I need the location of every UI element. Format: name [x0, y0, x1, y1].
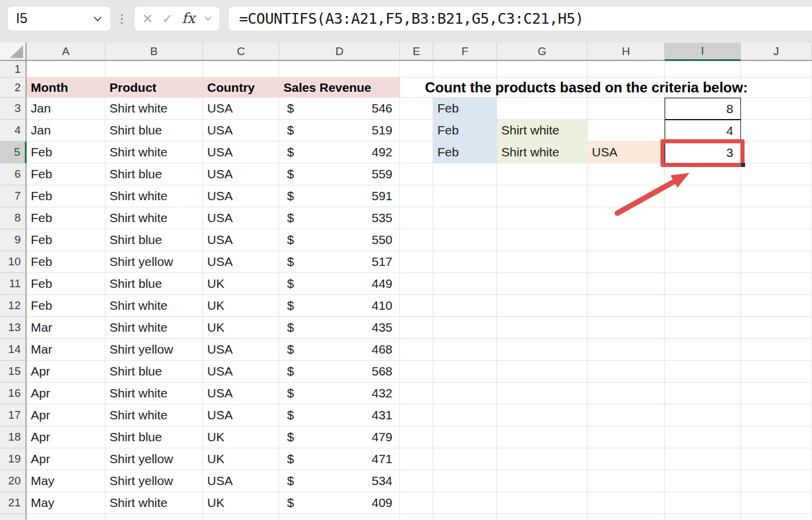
row-header-21[interactable]: 21 — [0, 492, 27, 514]
cell-J11[interactable] — [741, 273, 812, 295]
cell-G18[interactable] — [497, 426, 588, 448]
cell-F21[interactable] — [433, 492, 497, 514]
cancel-icon[interactable]: ✕ — [142, 11, 153, 27]
cell-E4[interactable] — [400, 120, 433, 142]
cell-J2[interactable] — [741, 78, 812, 98]
cell-G15[interactable] — [497, 361, 588, 383]
cell-F11[interactable] — [433, 273, 497, 295]
cell-D21[interactable]: $409 — [279, 492, 400, 514]
cell-A19[interactable]: Apr — [27, 448, 105, 470]
row-header-6[interactable]: 6 — [0, 163, 27, 185]
fx-chevron-down-icon[interactable] — [204, 16, 212, 21]
cell-G3[interactable] — [497, 98, 588, 120]
cell-G6[interactable] — [497, 163, 588, 185]
cell-A4[interactable]: Jan — [27, 120, 105, 142]
cell-I9[interactable] — [665, 229, 741, 251]
row-header-12[interactable]: 12 — [0, 295, 27, 317]
cell-C10[interactable]: USA — [203, 251, 279, 273]
cell-G11[interactable] — [497, 273, 588, 295]
cell-B15[interactable]: Shirt blue — [105, 361, 203, 383]
cell-H18[interactable] — [588, 426, 665, 448]
cell-F20[interactable] — [433, 470, 497, 492]
cell-G16[interactable] — [497, 383, 588, 405]
cell-H20[interactable] — [588, 470, 665, 492]
cell-J13[interactable] — [741, 317, 812, 339]
cell-H17[interactable] — [588, 405, 665, 426]
cell-F10[interactable] — [433, 251, 497, 273]
cell-B8[interactable]: Shirt white — [105, 207, 203, 229]
cell-A6[interactable]: Feb — [27, 163, 105, 185]
cell-B18[interactable]: Shirt blue — [105, 426, 203, 448]
cell-G7[interactable] — [497, 185, 588, 207]
row-header-14[interactable]: 14 — [0, 339, 27, 361]
cell-C22[interactable] — [203, 514, 279, 520]
cell-G1[interactable] — [497, 61, 588, 78]
cell-B21[interactable]: Shirt white — [105, 492, 203, 514]
cell-D14[interactable]: $468 — [279, 339, 400, 361]
cell-A12[interactable]: Feb — [27, 295, 105, 317]
cell-G14[interactable] — [497, 339, 588, 361]
cell-C15[interactable]: USA — [203, 361, 279, 383]
cell-G22[interactable] — [497, 514, 588, 520]
cell-B14[interactable]: Shirt yellow — [105, 339, 203, 361]
cell-E7[interactable] — [400, 185, 433, 207]
cell-C2[interactable]: Country — [203, 78, 279, 98]
cell-B4[interactable]: Shirt blue — [105, 120, 203, 142]
cell-I10[interactable] — [665, 251, 741, 273]
cell-H3[interactable] — [588, 98, 665, 120]
cell-H4[interactable] — [588, 120, 665, 142]
cell-E6[interactable] — [400, 163, 433, 185]
cell-A2[interactable]: Month — [27, 78, 105, 98]
row-header-1[interactable]: 1 — [0, 61, 27, 78]
cell-J5[interactable] — [741, 142, 812, 163]
cell-B17[interactable]: Shirt white — [105, 405, 203, 426]
cell-F1[interactable] — [433, 61, 497, 78]
cell-E8[interactable] — [400, 207, 433, 229]
cell-G17[interactable] — [497, 405, 588, 426]
cell-J9[interactable] — [741, 229, 812, 251]
cell-A5[interactable]: Feb — [27, 142, 105, 163]
row-header-17[interactable]: 17 — [0, 405, 27, 426]
cell-A3[interactable]: Jan — [27, 98, 105, 120]
cell-H14[interactable] — [588, 339, 665, 361]
column-header-B[interactable]: B — [105, 43, 203, 61]
cell-E5[interactable] — [400, 142, 433, 163]
cell-H15[interactable] — [588, 361, 665, 383]
cell-H11[interactable] — [588, 273, 665, 295]
cell-C14[interactable]: USA — [203, 339, 279, 361]
cell-B3[interactable]: Shirt white — [105, 98, 203, 120]
cell-A20[interactable]: May — [27, 470, 105, 492]
cell-C21[interactable]: UK — [203, 492, 279, 514]
row-header-13[interactable]: 13 — [0, 317, 27, 339]
cell-E10[interactable] — [400, 251, 433, 273]
cell-E16[interactable] — [400, 383, 433, 405]
cell-J20[interactable] — [741, 470, 812, 492]
row-header-18[interactable]: 18 — [0, 426, 27, 448]
cell-E9[interactable] — [400, 229, 433, 251]
cell-G9[interactable] — [497, 229, 588, 251]
cell-J4[interactable] — [741, 120, 812, 142]
cell-I14[interactable] — [665, 339, 741, 361]
cell-B6[interactable]: Shirt blue — [105, 163, 203, 185]
cell-F22[interactable] — [433, 514, 497, 520]
cell-E21[interactable] — [400, 492, 433, 514]
cell-G12[interactable] — [497, 295, 588, 317]
cell-D16[interactable]: $432 — [279, 383, 400, 405]
cell-A18[interactable]: Apr — [27, 426, 105, 448]
cell-H21[interactable] — [588, 492, 665, 514]
cell-D2[interactable]: Sales Revenue — [279, 78, 400, 98]
cell-F17[interactable] — [433, 405, 497, 426]
cell-J10[interactable] — [741, 251, 812, 273]
cell-I16[interactable] — [665, 383, 741, 405]
cell-I4[interactable]: 4 — [665, 120, 741, 142]
cell-I8[interactable] — [665, 207, 741, 229]
cell-F14[interactable] — [433, 339, 497, 361]
cell-F6[interactable] — [433, 163, 497, 185]
cell-C19[interactable]: UK — [203, 448, 279, 470]
column-header-F[interactable]: F — [433, 43, 497, 61]
cell-A21[interactable]: May — [27, 492, 105, 514]
cell-C11[interactable]: UK — [203, 273, 279, 295]
cell-A11[interactable]: Feb — [27, 273, 105, 295]
cell-F4[interactable]: Feb — [433, 120, 497, 142]
cell-G13[interactable] — [497, 317, 588, 339]
